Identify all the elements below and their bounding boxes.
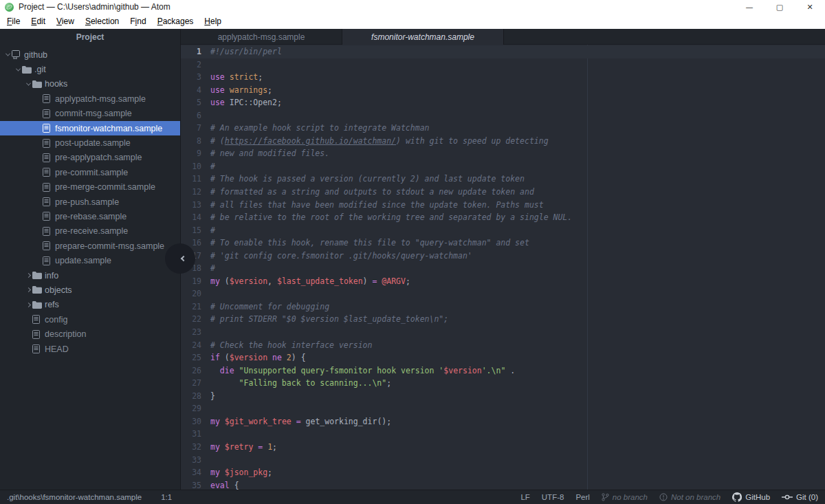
tree-item-HEAD[interactable]: HEAD xyxy=(0,342,180,356)
code-line-16[interactable]: 16# To enable this hook, rename this fil… xyxy=(181,237,825,250)
code-line-19[interactable]: 19my ($version, $last_update_token) = @A… xyxy=(181,275,825,288)
tab-fsmonitor-watchman.sample[interactable]: fsmonitor-watchman.sample xyxy=(342,29,504,45)
text-editor[interactable]: 1#!/usr/bin/perl23use strict;4use warnin… xyxy=(181,45,825,490)
code-line-8[interactable]: 8# (https://facebook.github.io/watchman/… xyxy=(181,135,825,148)
line-number[interactable]: 22 xyxy=(181,313,201,326)
code-line-3[interactable]: 3use strict; xyxy=(181,71,825,84)
code-line-7[interactable]: 7# An example hook script to integrate W… xyxy=(181,122,825,135)
code-line-18[interactable]: 18# xyxy=(181,262,825,275)
code-line-17[interactable]: 17# 'git config core.fsmonitor .git/hook… xyxy=(181,250,825,263)
code-line-30[interactable]: 30my $git_work_tree = get_working_dir(); xyxy=(181,415,825,428)
branch-indicator[interactable]: no branch xyxy=(602,493,648,501)
line-number[interactable]: 5 xyxy=(181,96,201,109)
line-number[interactable]: 29 xyxy=(181,402,201,415)
code-line-20[interactable]: 20 xyxy=(181,287,825,300)
line-number[interactable]: 20 xyxy=(181,287,201,300)
code-line-26[interactable]: 26 die "Unsupported query-fsmonitor hook… xyxy=(181,364,825,377)
code-line-29[interactable]: 29 xyxy=(181,402,825,415)
code-line-32[interactable]: 32my $retry = 1; xyxy=(181,441,825,454)
code-line-5[interactable]: 5use IPC::Open2; xyxy=(181,96,825,109)
menu-item-help[interactable]: Help xyxy=(199,14,227,29)
line-number[interactable]: 33 xyxy=(181,454,201,467)
tree-item-description[interactable]: description xyxy=(0,327,180,341)
line-number[interactable]: 2 xyxy=(181,58,201,72)
line-number[interactable]: 19 xyxy=(181,275,201,288)
line-number[interactable]: 3 xyxy=(181,71,201,84)
code-line-33[interactable]: 33 xyxy=(181,454,825,467)
code-line-1[interactable]: 1#!/usr/bin/perl xyxy=(181,45,825,58)
tree-item-hooks[interactable]: hooks xyxy=(0,77,180,91)
line-number[interactable]: 8 xyxy=(181,135,201,148)
code-line-15[interactable]: 15# xyxy=(181,224,825,237)
cursor-position[interactable]: 1:1 xyxy=(161,493,172,501)
code-line-35[interactable]: 35eval { xyxy=(181,479,825,490)
line-number[interactable]: 1 xyxy=(181,45,201,58)
code-line-27[interactable]: 27 "Falling back to scanning...\n"; xyxy=(181,377,825,390)
line-number[interactable]: 9 xyxy=(181,147,201,160)
code-line-25[interactable]: 25if ($version ne 2) { xyxy=(181,351,825,364)
tree-item-info[interactable]: info xyxy=(0,268,180,283)
grammar-indicator[interactable]: Perl xyxy=(575,493,589,501)
tree-item-objects[interactable]: objects xyxy=(0,283,180,297)
code-line-11[interactable]: 11# The hook is passed a version (curren… xyxy=(181,173,825,186)
code-line-34[interactable]: 34my $json_pkg; xyxy=(181,466,825,479)
line-number[interactable]: 25 xyxy=(181,351,201,364)
chevron-down-icon[interactable] xyxy=(25,83,32,86)
chevron-down-icon[interactable] xyxy=(14,68,22,72)
tree-item-update.sample[interactable]: update.sample xyxy=(0,253,180,267)
code-line-13[interactable]: 13# all files that have been modified si… xyxy=(181,199,825,212)
code-line-2[interactable]: 2 xyxy=(181,58,825,72)
code-line-6[interactable]: 6 xyxy=(181,109,825,122)
line-ending-indicator[interactable]: LF xyxy=(520,493,529,501)
tree-item-applypatch-msg.sample[interactable]: applypatch-msg.sample xyxy=(0,91,180,106)
tree-item-post-update.sample[interactable]: post-update.sample xyxy=(0,135,180,150)
tree-item-config[interactable]: config xyxy=(0,312,180,327)
line-number[interactable]: 27 xyxy=(181,377,201,390)
code-line-12[interactable]: 12# formatted as a string and outputs to… xyxy=(181,186,825,199)
tree-item-fsmonitor-watchman.sample[interactable]: fsmonitor-watchman.sample xyxy=(0,121,180,135)
menu-item-view[interactable]: View xyxy=(51,14,80,29)
line-number[interactable]: 26 xyxy=(181,364,201,377)
line-number[interactable]: 24 xyxy=(181,339,201,352)
close-button[interactable]: ✕ xyxy=(795,0,825,14)
line-number[interactable]: 21 xyxy=(181,300,201,314)
code-line-23[interactable]: 23 xyxy=(181,326,825,339)
code-line-31[interactable]: 31 xyxy=(181,428,825,441)
tree-item-pre-push.sample[interactable]: pre-push.sample xyxy=(0,195,180,209)
code-line-22[interactable]: 22# print STDERR "$0 $version $last_upda… xyxy=(181,313,825,326)
tree-item-refs[interactable]: refs xyxy=(0,298,180,312)
chevron-right-icon[interactable] xyxy=(25,288,32,292)
code-line-14[interactable]: 14# be relative to the root of the worki… xyxy=(181,211,825,224)
line-number[interactable]: 28 xyxy=(181,390,201,403)
line-number[interactable]: 32 xyxy=(181,441,201,454)
code-line-4[interactable]: 4use warnings; xyxy=(181,84,825,97)
tree-item-prepare-commit-msg.sample[interactable]: prepare-commit-msg.sample xyxy=(0,239,180,253)
git-tab-button[interactable]: Git (0) xyxy=(782,493,818,501)
code-line-21[interactable]: 21# Uncomment for debugging xyxy=(181,300,825,314)
code-line-9[interactable]: 9# new and modified files. xyxy=(181,147,825,160)
line-number[interactable]: 12 xyxy=(181,186,201,199)
chevron-right-icon[interactable] xyxy=(25,274,32,277)
code-line-10[interactable]: 10# xyxy=(181,160,825,173)
menu-item-selection[interactable]: Selection xyxy=(80,14,124,29)
code-line-24[interactable]: 24# Check the hook interface version xyxy=(181,339,825,352)
line-number[interactable]: 30 xyxy=(181,415,201,428)
tree-item-pre-receive.sample[interactable]: pre-receive.sample xyxy=(0,224,180,239)
tree-item-.git[interactable]: .git xyxy=(0,62,180,76)
line-number[interactable]: 11 xyxy=(181,173,201,186)
line-number[interactable]: 35 xyxy=(181,479,201,490)
code-line-28[interactable]: 28} xyxy=(181,390,825,403)
tree-item-pre-rebase.sample[interactable]: pre-rebase.sample xyxy=(0,209,180,223)
line-number[interactable]: 23 xyxy=(181,326,201,339)
minimize-button[interactable]: — xyxy=(734,0,764,14)
chevron-right-icon[interactable] xyxy=(25,303,32,307)
tree-item-pre-commit.sample[interactable]: pre-commit.sample xyxy=(0,165,180,179)
tab-applypatch-msg.sample[interactable]: applypatch-msg.sample xyxy=(181,29,342,45)
github-package-button[interactable]: GitHub xyxy=(732,492,770,502)
encoding-indicator[interactable]: UTF-8 xyxy=(542,493,564,501)
tree-item-pre-applypatch.sample[interactable]: pre-applypatch.sample xyxy=(0,151,180,165)
line-number[interactable]: 34 xyxy=(181,466,201,479)
line-number[interactable]: 4 xyxy=(181,84,201,97)
tree-item-pre-merge-commit.sample[interactable]: pre-merge-commit.sample xyxy=(0,180,180,195)
line-number[interactable]: 15 xyxy=(181,224,201,237)
